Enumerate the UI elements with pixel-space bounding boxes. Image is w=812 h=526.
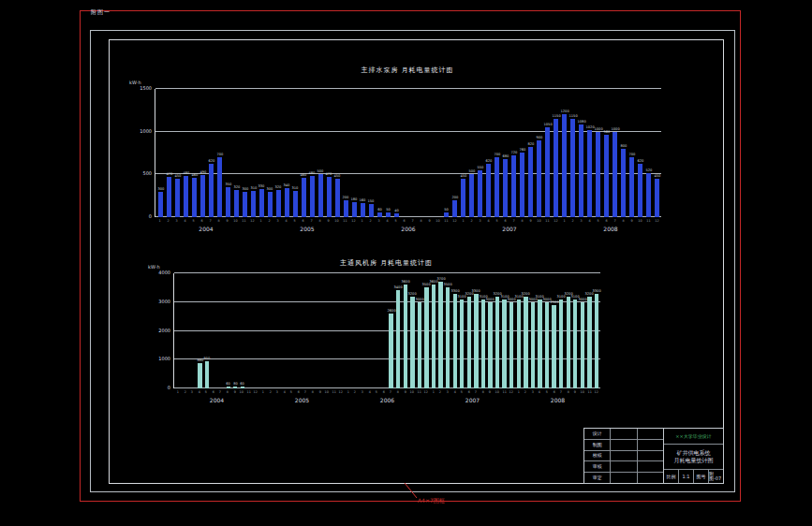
month-tick-label: 10: [435, 219, 442, 222]
bar-value-label: 330: [258, 184, 265, 188]
bar-item: 550: [476, 89, 484, 217]
bar-item: 300: [156, 89, 165, 217]
bar-item: [324, 273, 332, 388]
bar-item: [274, 273, 282, 388]
bar: [545, 302, 549, 388]
month-tick-label: 1: [260, 390, 266, 393]
bar-item: [281, 273, 288, 388]
bar: [361, 203, 365, 217]
bar-item: 180: [350, 89, 359, 217]
bar-value-label: 1150: [568, 114, 577, 118]
bar: [227, 387, 230, 388]
bar-item: 200: [342, 89, 350, 217]
month-tick-label: 1: [156, 219, 164, 222]
bar: [469, 174, 474, 217]
bar-item: 1200: [560, 89, 568, 217]
bar-item: 3300: [473, 273, 480, 388]
bar: [552, 305, 555, 388]
month-tick-label: 9: [402, 390, 407, 393]
month-tick-label: 8: [215, 219, 223, 222]
bar: [655, 179, 659, 217]
y-axis-tick-label: 2000: [150, 329, 170, 333]
bar: [396, 290, 400, 388]
bar-value-label: 500: [468, 170, 475, 174]
month-tick-label: 7: [510, 219, 518, 222]
month-tick-label: 7: [217, 390, 223, 393]
month-tick-label: 8: [565, 390, 570, 393]
bar: [509, 302, 513, 388]
y-axis-tick-label: 0: [150, 386, 170, 390]
bar: [502, 300, 506, 388]
bar: [404, 285, 407, 388]
month-tick-label: 4: [283, 219, 290, 222]
bar: [293, 191, 298, 217]
title-block-row: 制图: [584, 440, 663, 451]
bar-value-label: 950: [204, 357, 211, 360]
bar-item: [296, 273, 303, 388]
bar-item: [267, 273, 274, 388]
chart1-year-labels: 20042005200620072008: [155, 226, 661, 232]
title-block-date-cell: [638, 429, 663, 439]
month-tick-label: 5: [494, 219, 501, 222]
drawing-title-line1: 矿井供电系统: [677, 449, 711, 457]
bar: [418, 302, 421, 388]
bar-value-label: 150: [368, 200, 375, 204]
bar: [226, 187, 230, 217]
bar-value-label: 620: [208, 160, 214, 164]
bar: [638, 164, 642, 217]
bar: [192, 178, 197, 217]
month-tick-label: 1: [359, 219, 366, 222]
bar-value-label: 340: [284, 183, 290, 187]
title-block-date-cell: [638, 451, 663, 461]
bar-item: [360, 273, 367, 388]
month-tick-label: 4: [366, 390, 372, 393]
bar: [310, 176, 315, 217]
bar-value-label: 820: [527, 142, 534, 146]
month-tick-label: 6: [210, 390, 215, 393]
title-block-signature-cell: [611, 429, 637, 439]
bar-item: 1020: [585, 89, 594, 217]
bar-item: 470: [165, 89, 173, 217]
bar-value-label: 1000: [594, 127, 602, 131]
bar-item: 2900: [551, 273, 558, 388]
y-axis-tick-label: 500: [131, 171, 152, 176]
title-block-label: 审定: [584, 473, 611, 483]
bar-item: 300: [241, 89, 249, 217]
bar: [474, 294, 478, 388]
bar: [241, 387, 244, 388]
title-block-date-cell: [638, 440, 663, 450]
bar-value-label: 1020: [585, 125, 594, 129]
bar-value-label: 320: [233, 185, 240, 189]
year-label: 2007: [459, 226, 560, 232]
bar-value-label: 1000: [611, 127, 619, 131]
bar-item: 3700: [437, 273, 445, 388]
sheet-label: 图号: [694, 470, 709, 483]
bar: [604, 135, 609, 217]
title-block-label: 制图: [584, 440, 611, 450]
year-label: 2006: [345, 397, 430, 403]
bar-item: [426, 89, 435, 217]
bar-item: 700: [627, 89, 636, 217]
month-tick-label: 2: [523, 390, 528, 393]
month-tick-label: 5: [459, 390, 465, 393]
scale-value: 1:1: [679, 470, 694, 483]
bar-value-label: 3700: [436, 277, 445, 281]
bar: [386, 212, 391, 217]
bar-value-label: 450: [460, 174, 466, 178]
y-axis-tick-label: 1000: [131, 129, 152, 134]
month-tick-label: 2: [569, 219, 577, 222]
bar: [467, 297, 471, 388]
bar: [432, 285, 436, 388]
bar-value-label: 3300: [472, 289, 480, 293]
bars-container: 8809506080602600340036003200300035003600…: [175, 273, 600, 388]
bar: [570, 119, 575, 217]
bar-value-label: 3400: [394, 286, 403, 290]
bar-item: 3000: [543, 273, 551, 388]
title-block-row: 审定: [584, 473, 663, 483]
bar-item: [246, 273, 254, 388]
bar-item: 310: [291, 89, 300, 217]
bar-item: 3200: [494, 273, 501, 388]
y-axis-tick-label: 4000: [150, 270, 170, 275]
month-tick-label: 3: [529, 390, 535, 393]
bar-item: 3300: [451, 273, 459, 388]
